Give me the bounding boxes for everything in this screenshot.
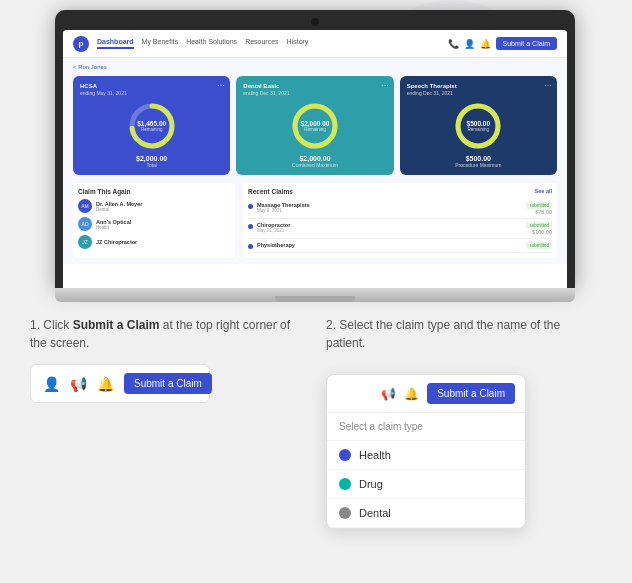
laptop-mockup: p Dashboard My Benefits Health Solutions… [55, 10, 575, 302]
donut-hcsa-amount: $1,465.00 [137, 120, 166, 127]
recent-claims-header: Recent Claims See all [248, 188, 552, 195]
claim-avatar-1: AO [78, 217, 92, 231]
card-menu-icon[interactable]: ⋯ [217, 81, 225, 90]
dropdown-option-drug[interactable]: Drug [327, 470, 525, 499]
dropdown-option-dental-label: Dental [359, 507, 391, 519]
nav-link-resources[interactable]: Resources [245, 38, 278, 49]
card-hcsa-donut: $1,465.00 Remaining $2,000.00 Total [80, 100, 223, 168]
dropdown-option-health-label: Health [359, 449, 391, 461]
recent-dot-0 [248, 204, 253, 209]
card-hcsa[interactable]: ⋯ HCSA ending May 31, 2021 $1,465.00 [73, 76, 230, 175]
donut-dental-sub: Remaining [301, 127, 330, 132]
recent-item-0[interactable]: Massage Therapists May 9, 2021 submitted… [248, 199, 552, 219]
nav-submit-claim-button[interactable]: Submit a Claim [496, 37, 557, 50]
card-dental-total-label: Combined Maximum [292, 162, 338, 168]
card-hcsa-total: $2,000.00 Total [136, 155, 167, 168]
nav-link-health[interactable]: Health Solutions [186, 38, 237, 49]
breadcrumb-name[interactable]: Ron Jones [78, 64, 107, 70]
card-hcsa-title: HCSA [80, 83, 223, 89]
claim-avatar-2: JZ [78, 235, 92, 249]
app-nav: p Dashboard My Benefits Health Solutions… [63, 30, 567, 58]
see-all-link[interactable]: See all [535, 188, 552, 194]
claim-again-section: Claim This Again AM Dr. Allen A. Meyer D… [73, 183, 235, 258]
mock-toolbar: 👤 📢 🔔 Submit a Claim [30, 364, 210, 403]
recent-dot-1 [248, 224, 253, 229]
step1-bold: Submit a Claim [73, 318, 160, 332]
card-speech-title: Speech Therapist [407, 83, 550, 89]
donut-dental-amount: $2,000.00 [301, 120, 330, 127]
donut-speech: $500.00 Remaining [452, 100, 504, 152]
dental-dot [339, 507, 351, 519]
recent-amount-1: $100.00 [526, 229, 552, 235]
mock-bell-icon: 🔔 [97, 376, 114, 392]
recent-amount-0: $75.00 [526, 209, 552, 215]
recent-status-0: submitted [526, 202, 552, 209]
person-icon[interactable]: 👤 [464, 39, 475, 49]
dropdown-option-health[interactable]: Health [327, 441, 525, 470]
health-dot [339, 449, 351, 461]
card-speech[interactable]: ⋯ Speech Therapist ending Dec 31, 2021 $… [400, 76, 557, 175]
laptop-base [55, 288, 575, 302]
claim-item-0[interactable]: AM Dr. Allen A. Meyer Dental [78, 199, 230, 213]
nav-link-dashboard[interactable]: Dashboard [97, 38, 134, 49]
screen-bezel: p Dashboard My Benefits Health Solutions… [55, 10, 575, 288]
step1-text-prefix: Click [43, 318, 72, 332]
dropdown-option-dental[interactable]: Dental [327, 499, 525, 528]
mock-megaphone-icon: 📢 [70, 376, 87, 392]
drug-dot [339, 478, 351, 490]
dropdown-title: Select a claim type [327, 413, 525, 441]
card-dental-donut: $2,000.00 Remaining $2,000.00 Combined M… [243, 100, 386, 168]
step2-description: Select the claim type and the name of th… [326, 318, 560, 350]
donut-hcsa-sub: Remaining [137, 127, 166, 132]
card-speech-total-label: Procedure Maximum [455, 162, 501, 168]
donut-speech-amount: $500.00 [467, 120, 491, 127]
step2-block: 2. Select the claim type and the name of… [326, 316, 602, 529]
step2-number: 2. [326, 318, 336, 332]
step2-text: 2. Select the claim type and the name of… [326, 316, 602, 352]
claims-row: Claim This Again AM Dr. Allen A. Meyer D… [73, 183, 557, 258]
claim-info-2: JZ Chiropractor [96, 239, 230, 245]
claim-item-2[interactable]: JZ JZ Chiropractor [78, 235, 230, 249]
mock-person-icon: 👤 [43, 376, 60, 392]
nav-link-benefits[interactable]: My Benefits [142, 38, 179, 49]
card-speech-donut: $500.00 Remaining $500.00 Procedure Maxi… [407, 100, 550, 168]
recent-item-left-1: Chiropractor May 21, 2021 [257, 222, 290, 233]
claim-type-1: Health [96, 225, 230, 230]
claim-avatar-0: AM [78, 199, 92, 213]
breadcrumb: < Ron Jones [73, 64, 557, 70]
screen: p Dashboard My Benefits Health Solutions… [63, 30, 567, 288]
card-hcsa-total-label: Total [136, 162, 167, 168]
dropdown-header: 📢 🔔 Submit a Claim [327, 375, 525, 413]
step1-text: 1. Click Submit a Claim at the top right… [30, 316, 306, 352]
bell-icon[interactable]: 🔔 [480, 39, 491, 49]
claim-info-1: Ann's Optical Health [96, 219, 230, 230]
recent-claims-section: Recent Claims See all Massage Therapists… [243, 183, 557, 258]
recent-status-2: submitted [526, 242, 552, 249]
dropdown-option-drug-label: Drug [359, 478, 383, 490]
card-menu-icon-3[interactable]: ⋯ [544, 81, 552, 90]
donut-speech-label: $500.00 Remaining [467, 120, 491, 132]
recent-item-1[interactable]: Chiropractor May 21, 2021 submitted $100… [248, 219, 552, 239]
nav-actions: 📞 👤 🔔 Submit a Claim [448, 37, 557, 50]
nav-links: Dashboard My Benefits Health Solutions R… [97, 38, 440, 49]
recent-item-left-0: Massage Therapists May 9, 2021 [257, 202, 310, 213]
dropdown-submit-claim-button[interactable]: Submit a Claim [427, 383, 515, 404]
recent-name-2: Physiotherapy [257, 242, 295, 248]
dropdown-megaphone-icon: 📢 [381, 387, 396, 401]
nav-logo: p [73, 36, 89, 52]
recent-claims-title: Recent Claims [248, 188, 293, 195]
mock-submit-claim-button[interactable]: Submit a Claim [124, 373, 212, 394]
claim-item-1[interactable]: AO Ann's Optical Health [78, 217, 230, 231]
card-speech-total-amount: $500.00 [455, 155, 501, 162]
recent-date-0: May 9, 2021 [257, 208, 310, 213]
card-dental-total: $2,000.00 Combined Maximum [292, 155, 338, 168]
nav-link-history[interactable]: History [287, 38, 309, 49]
cards-row: ⋯ HCSA ending May 31, 2021 $1,465.00 [73, 76, 557, 175]
recent-status-1: submitted [526, 222, 552, 229]
phone-icon[interactable]: 📞 [448, 39, 459, 49]
recent-item-left-2: Physiotherapy [257, 242, 295, 248]
card-dental-basic[interactable]: ⋯ Dental Basic ending Dec 31, 2021 $2,00… [236, 76, 393, 175]
card-menu-icon-2[interactable]: ⋯ [381, 81, 389, 90]
recent-item-2[interactable]: Physiotherapy submitted [248, 239, 552, 253]
card-dental-date: ending Dec 31, 2021 [243, 90, 386, 96]
